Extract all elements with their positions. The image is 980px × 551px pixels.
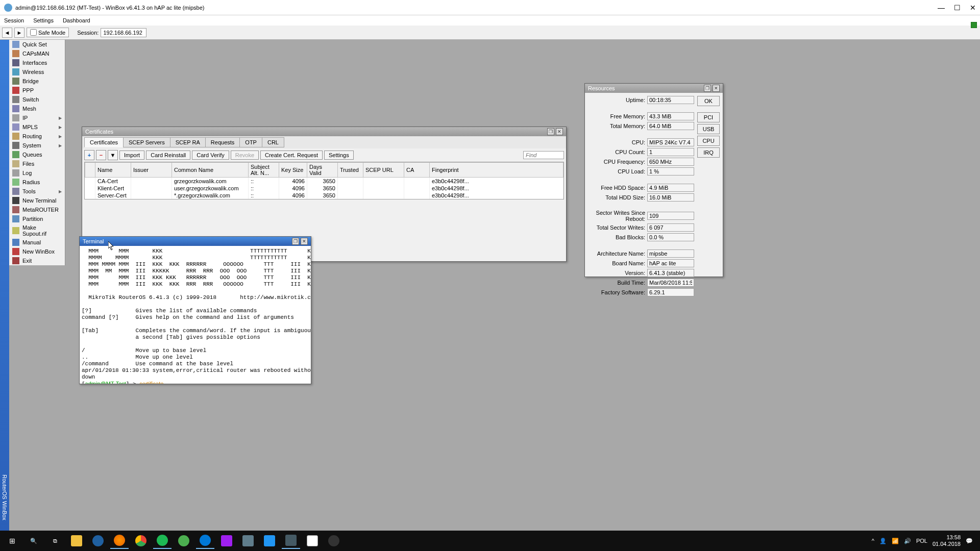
sidebar-item-metarouter[interactable]: MetaROUTER — [9, 205, 65, 214]
sidebar-item-capsman[interactable]: CAPsMAN — [9, 49, 65, 58]
column-header[interactable] — [85, 163, 95, 178]
spotify-icon[interactable] — [153, 533, 172, 549]
tray-chevron-icon[interactable]: ^ — [872, 538, 874, 544]
tray-clock[interactable]: 13:58 01.04.2018 — [933, 534, 961, 547]
sidebar-item-mpls[interactable]: MPLS▶ — [9, 122, 65, 132]
sidebar-item-log[interactable]: Log — [9, 168, 65, 178]
chrome-icon[interactable] — [132, 533, 150, 549]
notepad-icon[interactable] — [303, 533, 322, 549]
sidebar-item-files[interactable]: Files — [9, 159, 65, 168]
tab-crl[interactable]: CRL — [262, 137, 284, 147]
app-icon-1[interactable] — [239, 533, 257, 549]
add-button[interactable]: + — [84, 150, 94, 160]
cert-restore-icon[interactable]: ❐ — [547, 128, 554, 135]
column-header[interactable]: Name — [95, 163, 131, 178]
sidebar-item-exit[interactable]: Exit — [9, 256, 65, 265]
network-icon[interactable]: 📶 — [892, 538, 899, 544]
safemode-checkbox[interactable] — [30, 29, 37, 36]
sidebar-item-new-terminal[interactable]: New Terminal — [9, 196, 65, 205]
table-row[interactable]: Server-Cert*.grzegorzkowalik.com::409636… — [85, 192, 564, 199]
res-usb-button[interactable]: USB — [697, 124, 720, 134]
tab-otp[interactable]: OTP — [239, 137, 262, 147]
session-input[interactable] — [101, 28, 146, 37]
sidebar-item-make-supout-rif[interactable]: Make Supout.rif — [9, 223, 65, 238]
globe-icon[interactable] — [175, 533, 193, 549]
sidebar-item-ip[interactable]: IP▶ — [9, 113, 65, 122]
sidebar-item-quick-set[interactable]: Quick Set — [9, 40, 65, 49]
tab-certificates[interactable]: Certificates — [84, 137, 124, 147]
obs-icon[interactable] — [325, 533, 343, 549]
filter-button[interactable]: ▼ — [108, 150, 118, 160]
close-button[interactable]: ✕ — [970, 4, 976, 12]
sidebar-item-ppp[interactable]: PPP — [9, 86, 65, 95]
column-header[interactable]: CA — [404, 163, 430, 178]
sidebar-item-manual[interactable]: Manual — [9, 238, 65, 247]
create-cert-request-button[interactable]: Create Cert. Request — [260, 151, 323, 160]
sidebar-item-system[interactable]: System▶ — [9, 141, 65, 150]
column-header[interactable]: Key Size — [279, 163, 307, 178]
search-button[interactable]: 🔍 — [24, 533, 43, 549]
column-header[interactable]: Subject Alt. N... — [249, 163, 279, 178]
menu-settings[interactable]: Settings — [33, 17, 54, 23]
cert-close-icon[interactable]: ✕ — [556, 128, 563, 135]
edge-icon[interactable] — [196, 533, 214, 549]
tab-requests[interactable]: Requests — [205, 137, 240, 147]
card-reinstall-button[interactable]: Card Reinstall — [146, 151, 190, 160]
tray-language[interactable]: POL — [916, 538, 927, 544]
res-close-icon[interactable]: ✕ — [713, 85, 720, 92]
column-header[interactable]: Days Valid — [307, 163, 338, 178]
certificates-titlebar[interactable]: Certificates ❐ ✕ — [82, 127, 566, 136]
revoke-button[interactable]: Revoke — [231, 151, 259, 160]
column-header[interactable]: Trusted — [338, 163, 363, 178]
hide-passwords-indicator[interactable] — [971, 22, 977, 28]
notifications-icon[interactable]: 💬 — [966, 538, 973, 544]
sidebar-item-new-winbox[interactable]: New WinBox — [9, 247, 65, 256]
res-restore-icon[interactable]: ❐ — [704, 85, 711, 92]
volume-icon[interactable]: 🔊 — [904, 538, 911, 544]
table-row[interactable]: Klient-Certuser.grzegorzkowalik.com::409… — [85, 185, 564, 192]
winbox-icon[interactable] — [282, 533, 300, 549]
people-icon[interactable]: 👤 — [879, 538, 887, 544]
phpstorm-icon[interactable] — [217, 533, 236, 549]
start-button[interactable]: ⊞ — [3, 533, 21, 549]
term-close-icon[interactable]: ✕ — [301, 238, 308, 245]
res-cpu-button[interactable]: CPU — [697, 136, 720, 146]
sidebar-item-tools[interactable]: Tools▶ — [9, 187, 65, 196]
table-row[interactable]: CA-Certgrzegorzkowalik.com::40963650e3b0… — [85, 178, 564, 185]
minimize-button[interactable]: — — [938, 4, 945, 12]
card-verify-button[interactable]: Card Verify — [192, 151, 229, 160]
sidebar-item-routing[interactable]: Routing▶ — [9, 132, 65, 141]
task-view-button[interactable]: ⧉ — [46, 533, 64, 549]
sidebar-item-bridge[interactable]: Bridge — [9, 77, 65, 86]
column-header[interactable]: Issuer — [131, 163, 172, 178]
sidebar-item-partition[interactable]: Partition — [9, 214, 65, 223]
menu-session[interactable]: Session — [4, 17, 24, 23]
terminal-body[interactable]: MMM MMM KKK TTTTTTTTTTT KKK MMMM MMMM KK… — [80, 246, 311, 384]
back-button[interactable]: ◄ — [2, 28, 12, 38]
sidebar-item-mesh[interactable]: Mesh — [9, 104, 65, 113]
file-explorer-icon[interactable] — [67, 533, 86, 549]
res-irq-button[interactable]: IRQ — [697, 147, 720, 158]
res-ok-button[interactable]: OK — [697, 96, 720, 106]
remove-button[interactable]: − — [96, 150, 106, 160]
sidebar-item-radius[interactable]: Radius — [9, 178, 65, 187]
resources-titlebar[interactable]: Resources ❐ ✕ — [585, 84, 723, 93]
safemode-toggle[interactable]: Safe Mode — [27, 28, 69, 37]
maximize-button[interactable]: ☐ — [954, 4, 961, 12]
find-input[interactable] — [523, 151, 564, 159]
firefox-icon[interactable] — [110, 533, 129, 549]
term-restore-icon[interactable]: ❐ — [292, 238, 299, 245]
menu-dashboard[interactable]: Dashboard — [63, 17, 90, 23]
sidebar-item-interfaces[interactable]: Interfaces — [9, 58, 65, 67]
sidebar-item-switch[interactable]: Switch — [9, 95, 65, 104]
keepass-icon[interactable] — [89, 533, 107, 549]
column-header[interactable]: SCEP URL — [363, 163, 404, 178]
res-pci-button[interactable]: PCI — [697, 112, 720, 122]
sidebar-item-wireless[interactable]: Wireless — [9, 67, 65, 77]
tab-scep-ra[interactable]: SCEP RA — [170, 137, 206, 147]
sidebar-item-queues[interactable]: Queues — [9, 150, 65, 159]
column-header[interactable]: Fingerprint — [430, 163, 564, 178]
terminal-titlebar[interactable]: Terminal ❐ ✕ — [80, 237, 311, 246]
tab-scep-servers[interactable]: SCEP Servers — [123, 137, 170, 147]
import-button[interactable]: Import — [119, 151, 144, 160]
